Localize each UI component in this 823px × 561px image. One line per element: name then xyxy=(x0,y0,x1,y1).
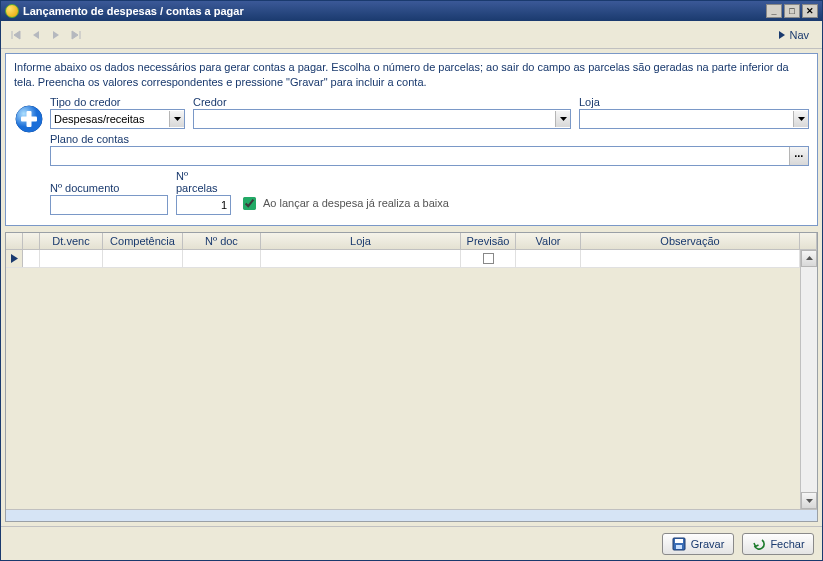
play-icon xyxy=(777,30,787,40)
col-header-dtvenc[interactable]: Dt.venc xyxy=(40,233,103,249)
plano-input[interactable] xyxy=(54,150,786,162)
num-doc-input[interactable] xyxy=(54,199,164,211)
realiza-baixa-checkbox[interactable] xyxy=(243,197,256,210)
grid-row[interactable] xyxy=(6,250,800,268)
col-header-competencia[interactable]: Competência xyxy=(103,233,183,249)
scroll-up-icon[interactable] xyxy=(801,250,817,267)
num-doc-label: Nº documento xyxy=(50,182,168,194)
realiza-baixa-label: Ao lançar a despesa já realiza a baixa xyxy=(263,197,449,209)
tipo-credor-value: Despesas/receitas xyxy=(54,113,145,125)
app-icon xyxy=(5,4,19,18)
chevron-down-icon xyxy=(793,111,808,127)
chevron-down-icon xyxy=(169,111,184,127)
row-cell-dtvenc[interactable] xyxy=(40,250,103,267)
row-cell-competencia[interactable] xyxy=(103,250,183,267)
grid-corner xyxy=(6,233,23,249)
tipo-credor-select[interactable]: Despesas/receitas xyxy=(50,109,185,129)
app-window: Lançamento de despesas / contas a pagar … xyxy=(0,0,823,561)
num-parc-label: Nº parcelas xyxy=(176,170,231,194)
maximize-button[interactable]: □ xyxy=(784,4,800,18)
vertical-scrollbar[interactable] xyxy=(800,250,817,509)
plano-label: Plano de contas xyxy=(50,133,809,145)
credor-label: Credor xyxy=(193,96,571,108)
fechar-label: Fechar xyxy=(770,538,804,550)
info-text: Informe abaixo os dados necessários para… xyxy=(14,60,809,90)
chevron-down-icon xyxy=(555,111,570,127)
tipo-credor-label: Tipo do credor xyxy=(50,96,185,108)
grid-header-scroll-gap xyxy=(800,233,817,249)
prev-record-icon[interactable] xyxy=(27,26,45,44)
titlebar: Lançamento de despesas / contas a pagar … xyxy=(1,1,822,21)
nav-button[interactable]: Nav xyxy=(770,26,816,44)
col-header-numdoc[interactable]: Nº doc xyxy=(183,233,261,249)
window-title: Lançamento de despesas / contas a pagar xyxy=(23,5,764,17)
grid-panel: Dt.venc Competência Nº doc Loja Previsão… xyxy=(5,232,818,522)
num-doc-field[interactable] xyxy=(50,195,168,215)
first-record-icon[interactable] xyxy=(7,26,25,44)
row-cell-blank[interactable] xyxy=(23,250,40,267)
svg-rect-3 xyxy=(21,116,37,121)
undo-icon xyxy=(751,537,765,551)
scroll-track[interactable] xyxy=(801,267,817,492)
plano-lookup[interactable]: ··· xyxy=(50,146,809,166)
last-record-icon[interactable] xyxy=(67,26,85,44)
scroll-down-icon[interactable] xyxy=(801,492,817,509)
col-header-previsao[interactable]: Previsão xyxy=(461,233,516,249)
svg-rect-6 xyxy=(676,545,682,549)
col-header-valor[interactable]: Valor xyxy=(516,233,581,249)
num-parc-field[interactable] xyxy=(176,195,231,215)
row-cell-valor[interactable] xyxy=(516,250,581,267)
close-window-button[interactable]: ✕ xyxy=(802,4,818,18)
ellipsis-icon[interactable]: ··· xyxy=(789,147,809,165)
fechar-button[interactable]: Fechar xyxy=(742,533,814,555)
num-parc-input[interactable] xyxy=(180,199,227,211)
svg-rect-5 xyxy=(675,539,683,543)
loja-label: Loja xyxy=(579,96,809,108)
grid-footer-strip xyxy=(6,509,817,521)
next-record-icon[interactable] xyxy=(47,26,65,44)
loja-select[interactable] xyxy=(579,109,809,129)
form-panel: Informe abaixo os dados necessários para… xyxy=(5,53,818,226)
previsao-checkbox[interactable] xyxy=(483,253,494,264)
nav-button-label: Nav xyxy=(789,29,809,41)
credor-select[interactable] xyxy=(193,109,571,129)
content-area: Informe abaixo os dados necessários para… xyxy=(1,49,822,526)
current-row-icon xyxy=(11,254,18,263)
toolbar: Nav xyxy=(1,21,822,49)
grid-body xyxy=(6,250,817,509)
gravar-label: Gravar xyxy=(691,538,725,550)
grid-header: Dt.venc Competência Nº doc Loja Previsão… xyxy=(6,233,817,250)
button-bar: Gravar Fechar xyxy=(1,526,822,560)
col-header-loja[interactable]: Loja xyxy=(261,233,461,249)
row-cell-observacao[interactable] xyxy=(581,250,800,267)
minimize-button[interactable]: _ xyxy=(766,4,782,18)
row-cell-numdoc[interactable] xyxy=(183,250,261,267)
col-header-observacao[interactable]: Observação xyxy=(581,233,800,249)
gravar-button[interactable]: Gravar xyxy=(662,533,734,555)
row-indicator xyxy=(6,250,23,267)
grid-corner2 xyxy=(23,233,40,249)
save-icon xyxy=(672,537,686,551)
row-cell-loja[interactable] xyxy=(261,250,461,267)
row-cell-previsao[interactable] xyxy=(461,250,516,267)
plus-icon xyxy=(14,104,44,134)
